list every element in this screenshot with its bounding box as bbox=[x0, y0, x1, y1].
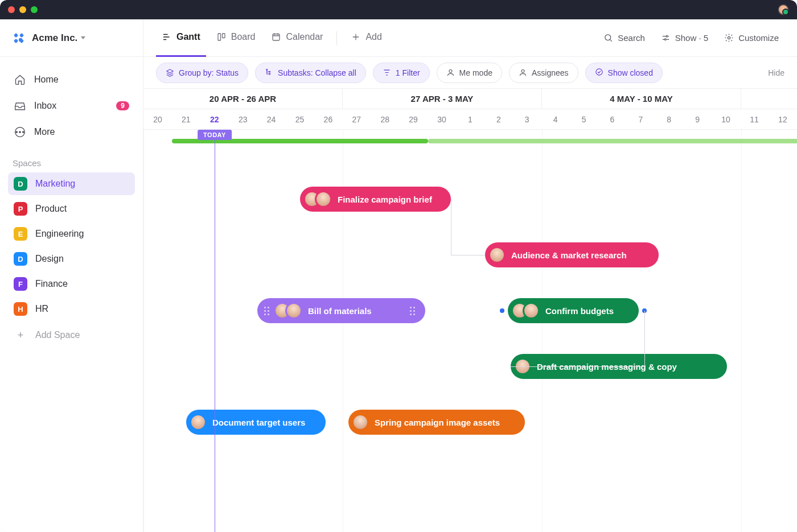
close-window-button[interactable] bbox=[8, 6, 15, 13]
svg-rect-6 bbox=[273, 34, 280, 40]
week-header-row: 20 APR - 26 APR27 APR - 3 MAY4 MAY - 10 … bbox=[143, 89, 797, 109]
user-avatar[interactable] bbox=[778, 4, 789, 15]
minimize-window-button[interactable] bbox=[19, 6, 26, 13]
day-header-cell[interactable]: 23 bbox=[229, 109, 257, 129]
gantt-chart: 20 APR - 26 APR27 APR - 3 MAY4 MAY - 10 … bbox=[143, 89, 797, 532]
sidebar-space-design[interactable]: DDesign bbox=[8, 248, 135, 270]
drag-handle-icon[interactable] bbox=[410, 307, 412, 315]
space-badge-icon: E bbox=[14, 227, 27, 241]
show-button[interactable]: Show · 5 bbox=[655, 28, 714, 48]
svg-point-8 bbox=[666, 35, 668, 37]
assignee-avatars bbox=[488, 246, 506, 263]
gantt-task[interactable]: Audience & market research bbox=[485, 242, 659, 267]
gantt-task[interactable]: Document target users bbox=[186, 410, 326, 435]
ellipsis-icon bbox=[14, 126, 26, 138]
inbox-icon bbox=[14, 100, 26, 112]
day-header-cell[interactable]: 25 bbox=[286, 109, 314, 129]
dependency-handle[interactable] bbox=[500, 308, 504, 313]
svg-rect-5 bbox=[222, 34, 225, 38]
drag-handle-icon[interactable] bbox=[264, 307, 266, 315]
subtasks-pill[interactable]: Subtasks: Collapse all bbox=[255, 63, 366, 83]
day-header-cell[interactable]: 4 bbox=[541, 109, 570, 129]
workspace-switcher[interactable]: Acme Inc. bbox=[0, 19, 143, 57]
space-label: Design bbox=[35, 254, 64, 264]
day-header-cell[interactable]: 10 bbox=[712, 109, 740, 129]
me-mode-pill[interactable]: Me mode bbox=[437, 63, 502, 83]
person-icon bbox=[446, 68, 455, 77]
tab-add-view[interactable]: Add bbox=[345, 19, 387, 57]
tab-gantt[interactable]: Gantt bbox=[156, 19, 206, 57]
gantt-task[interactable]: Finalize campaign brief bbox=[300, 187, 451, 212]
day-header-cell[interactable]: 21 bbox=[172, 109, 200, 129]
day-header-cell[interactable]: 8 bbox=[655, 109, 683, 129]
assignees-pill[interactable]: Assignees bbox=[509, 63, 578, 83]
space-badge-icon: D bbox=[14, 177, 27, 191]
fullscreen-window-button[interactable] bbox=[31, 6, 38, 13]
gantt-task-label: Spring campaign image assets bbox=[375, 418, 500, 427]
day-header-cell[interactable]: 20 bbox=[143, 109, 172, 129]
workspace-name: Acme Inc. bbox=[32, 32, 85, 44]
customize-button[interactable]: Customize bbox=[718, 28, 784, 48]
primary-nav: Home Inbox 9 More bbox=[0, 57, 143, 147]
day-header-cell[interactable]: 29 bbox=[399, 109, 428, 129]
nav-more[interactable]: More bbox=[8, 121, 135, 143]
group-by-pill[interactable]: Group by: Status bbox=[156, 63, 248, 83]
day-header-cell[interactable]: 27 bbox=[342, 109, 371, 129]
day-header-cell[interactable]: 1 bbox=[456, 109, 484, 129]
gantt-body[interactable]: TODAYFinalize campaign briefAudience & m… bbox=[143, 130, 797, 532]
svg-point-2 bbox=[23, 131, 24, 133]
gantt-task[interactable]: Spring campaign image assets bbox=[348, 410, 525, 435]
avatar bbox=[190, 414, 207, 431]
hide-button[interactable]: Hide bbox=[768, 68, 784, 77]
day-header-cell[interactable]: 7 bbox=[626, 109, 655, 129]
week-header-cell: 20 APR - 26 APR bbox=[143, 89, 343, 109]
gantt-task[interactable]: Bill of materials bbox=[257, 298, 425, 323]
progress-remaining-bar bbox=[428, 139, 797, 143]
space-badge-icon: F bbox=[14, 277, 27, 291]
day-header-cell[interactable]: 22 bbox=[200, 109, 229, 129]
nav-inbox[interactable]: Inbox 9 bbox=[8, 94, 135, 117]
avatar bbox=[352, 414, 369, 431]
sidebar-space-finance[interactable]: FFinance bbox=[8, 273, 135, 295]
layers-icon bbox=[166, 68, 174, 77]
day-header-cell[interactable]: 26 bbox=[314, 109, 342, 129]
sidebar-space-engineering[interactable]: EEngineering bbox=[8, 222, 135, 245]
gantt-task[interactable]: Confirm budgets bbox=[508, 298, 639, 323]
avatar bbox=[488, 246, 506, 263]
sidebar-space-product[interactable]: PProduct bbox=[8, 197, 135, 220]
day-header-cell[interactable]: 9 bbox=[683, 109, 712, 129]
day-header-cell[interactable]: 24 bbox=[257, 109, 286, 129]
check-circle-icon bbox=[595, 68, 603, 78]
avatar bbox=[315, 191, 332, 208]
gantt-task-label: Finalize campaign brief bbox=[338, 195, 432, 204]
day-header-cell[interactable]: 11 bbox=[740, 109, 769, 129]
traffic-lights bbox=[8, 6, 38, 13]
search-button[interactable]: Search bbox=[598, 28, 651, 48]
day-header-cell[interactable]: 2 bbox=[484, 109, 513, 129]
day-header-cell[interactable]: 6 bbox=[598, 109, 627, 129]
day-header-cell[interactable]: 12 bbox=[769, 109, 797, 129]
day-header-cell[interactable]: 3 bbox=[513, 109, 541, 129]
sidebar-space-hr[interactable]: HHR bbox=[8, 298, 135, 320]
person-icon bbox=[519, 68, 527, 77]
tab-calendar[interactable]: Calendar bbox=[265, 19, 328, 57]
day-header-cell[interactable]: 5 bbox=[570, 109, 598, 129]
tab-board[interactable]: Board bbox=[211, 19, 261, 57]
day-header-cell[interactable]: 30 bbox=[428, 109, 456, 129]
nav-home[interactable]: Home bbox=[8, 68, 135, 91]
gear-icon bbox=[724, 33, 734, 43]
search-icon bbox=[603, 33, 613, 43]
day-header-cell[interactable]: 28 bbox=[371, 109, 399, 129]
avatar bbox=[285, 302, 302, 319]
chevron-down-icon bbox=[81, 36, 85, 39]
app-logo-icon bbox=[13, 32, 25, 44]
sidebar-space-marketing[interactable]: DMarketing bbox=[8, 172, 135, 195]
space-badge-icon: H bbox=[14, 302, 27, 316]
svg-point-16 bbox=[595, 68, 602, 75]
show-closed-pill[interactable]: Show closed bbox=[585, 63, 663, 83]
svg-point-13 bbox=[269, 73, 270, 75]
gantt-icon bbox=[162, 32, 172, 42]
divider bbox=[336, 31, 337, 45]
filter-pill[interactable]: 1 Filter bbox=[373, 63, 430, 83]
add-space-button[interactable]: + Add Space bbox=[8, 324, 135, 347]
